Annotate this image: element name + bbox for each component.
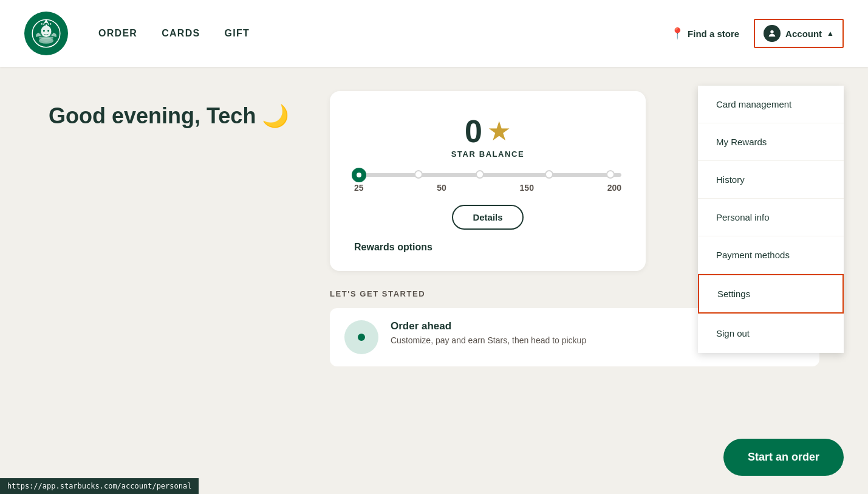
left-panel: Good evening, Tech 🌙: [49, 91, 293, 366]
account-icon: [764, 25, 781, 42]
location-icon: 📍: [671, 27, 684, 40]
star-count-row: 0 ★: [354, 115, 621, 147]
account-label: Account: [785, 29, 822, 39]
dropdown-card-management[interactable]: Card management: [698, 86, 844, 123]
nav-order[interactable]: ORDER: [98, 28, 137, 39]
order-dot: [358, 334, 365, 341]
progress-bar: [354, 173, 621, 177]
svg-text:★: ★: [47, 23, 50, 26]
details-button[interactable]: Details: [452, 205, 523, 230]
progress-section: 25 50 150 200: [354, 173, 621, 193]
milestone-label-200: 200: [607, 183, 621, 193]
nav-cards[interactable]: CARDS: [162, 28, 200, 39]
svg-point-8: [50, 23, 51, 24]
milestone-150: [545, 170, 553, 179]
logo[interactable]: ★ ★ ★: [24, 12, 68, 55]
milestone-200: [606, 170, 615, 179]
start-order-button[interactable]: Start an order: [723, 439, 844, 476]
account-button[interactable]: Account ▲: [754, 19, 844, 48]
nav-gift[interactable]: GIFT: [224, 28, 250, 39]
svg-point-7: [41, 23, 43, 24]
milestone-label-150: 150: [520, 183, 534, 193]
svg-point-14: [770, 30, 773, 33]
status-bar: https://app.starbucks.com/account/person…: [0, 478, 199, 494]
order-icon: [344, 320, 378, 354]
order-ahead-title: Order ahead: [391, 320, 586, 332]
rewards-card: 0 ★ STAR BALANCE 25 50 150: [330, 91, 646, 271]
milestone-label-50: 50: [437, 183, 446, 193]
star-balance-section: 0 ★ STAR BALANCE: [354, 115, 621, 159]
starbucks-logo: ★ ★ ★: [24, 12, 68, 55]
svg-text:★: ★: [43, 23, 45, 26]
greeting-text: Good evening, Tech 🌙: [49, 103, 293, 129]
milestone-label-25: 25: [354, 183, 364, 193]
dropdown-payment-methods[interactable]: Payment methods: [698, 236, 844, 274]
dropdown-personal-info[interactable]: Personal info: [698, 199, 844, 236]
find-store-label: Find a store: [688, 29, 739, 39]
account-dropdown: Card management My Rewards History Perso…: [698, 86, 844, 353]
find-store-button[interactable]: 📍 Find a store: [671, 27, 739, 40]
star-count: 0: [465, 115, 482, 147]
svg-point-6: [45, 21, 47, 23]
order-text: Order ahead Customize, pay and earn Star…: [391, 320, 586, 347]
account-section: Account ▲ Card management My Rewards His…: [754, 19, 844, 48]
star-icon: ★: [487, 118, 511, 145]
chevron-up-icon: ▲: [827, 29, 834, 38]
main-nav: ORDER CARDS GIFT: [98, 28, 671, 39]
header: ★ ★ ★ ORDER CARDS GIFT 📍 Find a store: [0, 0, 868, 67]
dropdown-sign-out[interactable]: Sign out: [698, 314, 844, 353]
order-ahead-description: Customize, pay and earn Stars, then head…: [391, 335, 586, 347]
dropdown-settings[interactable]: Settings: [698, 274, 844, 314]
progress-start-dot: [352, 168, 366, 182]
rewards-options-label: Rewards options: [354, 242, 621, 253]
milestone-25: [414, 170, 423, 179]
dropdown-my-rewards[interactable]: My Rewards: [698, 123, 844, 161]
star-balance-label: STAR BALANCE: [354, 149, 621, 159]
dropdown-history[interactable]: History: [698, 161, 844, 199]
header-right: 📍 Find a store Account ▲ Card management…: [671, 19, 844, 48]
progress-labels: 25 50 150 200: [354, 183, 621, 193]
milestone-50: [476, 170, 484, 179]
